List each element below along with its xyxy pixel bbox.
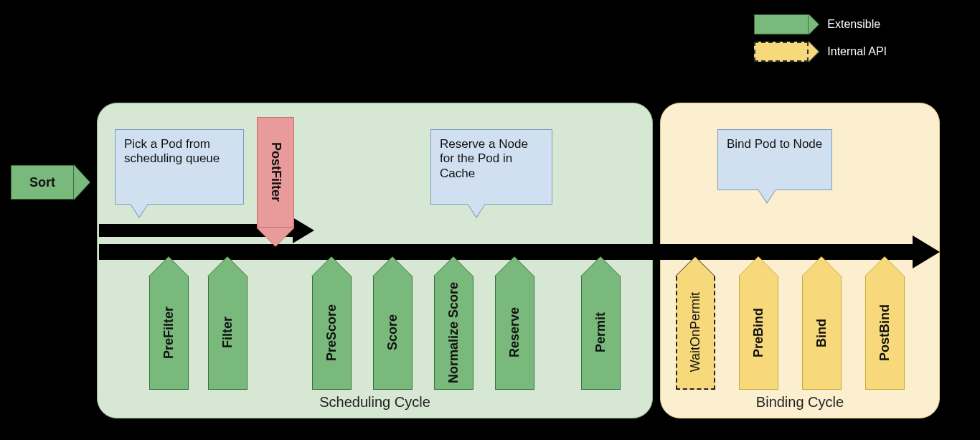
callout-pick-pod: Pick a Pod from scheduling queue [115,129,244,205]
stage-prescore: PreScore [312,257,352,390]
stage-postbind: PostBind [865,257,905,390]
binding-cycle-title: Binding Cycle [661,394,939,411]
legend-row-extensible: Extensible [754,14,887,34]
legend-extensible-icon [754,14,819,34]
stage-normalize-score: Normalize Score [434,257,473,390]
scheduling-cycle-title: Scheduling Cycle [98,394,652,411]
stage-bind: Bind [802,257,842,390]
stage-normalize-score-label: Normalize Score [447,282,461,383]
stage-waitonpermit-label: WaitOnPermit [689,292,703,372]
postfilter-stage: PostFilter [257,117,294,246]
stage-filter-label: Filter [221,317,235,348]
callout-bind-pod-text: Bind Pod to Node [727,137,822,151]
callout-reserve-node-text: Reserve a Node for the Pod in Cache [440,137,528,180]
callout-pick-pod-text: Pick a Pod from scheduling queue [124,137,220,165]
diagram-root: Extensible Internal API Scheduling Cycle… [0,0,980,440]
stage-prefilter: PreFilter [149,257,189,390]
stage-score-label: Score [386,314,400,350]
stage-postbind-label: PostBind [878,304,892,361]
stage-permit-label: Permit [594,312,608,352]
stage-prebind-label: PreBind [752,308,766,357]
stage-permit: Permit [581,257,621,390]
stage-reserve: Reserve [495,257,534,390]
stage-prebind: PreBind [739,257,778,390]
callout-bind-pod: Bind Pod to Node [717,129,832,190]
sort-stage: Sort [11,165,90,200]
postfilter-label: PostFilter [268,142,283,202]
stage-reserve-label: Reserve [508,307,522,357]
callout-reserve-node: Reserve a Node for the Pod in Cache [430,129,552,205]
stage-bind-label: Bind [815,319,829,347]
legend: Extensible Internal API [754,14,887,69]
stage-prescore-label: PreScore [325,304,339,361]
legend-internal-label: Internal API [827,45,887,58]
stage-filter: Filter [208,257,248,390]
stage-score: Score [373,257,413,390]
stage-waitonpermit: WaitOnPermit [676,257,715,390]
legend-row-internal: Internal API [754,42,887,62]
sort-label: Sort [29,175,55,190]
stage-prefilter-label: PreFilter [162,306,176,359]
legend-extensible-label: Extensible [827,18,880,31]
legend-internal-icon [754,42,819,62]
